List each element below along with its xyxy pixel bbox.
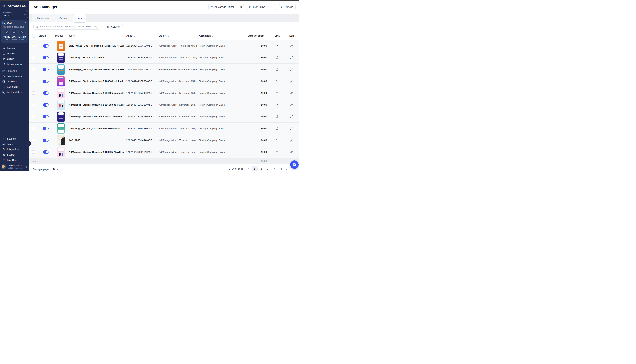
ad-preview-thumbnail[interactable] [57, 41, 65, 51]
external-link-icon[interactable] [276, 103, 279, 106]
pagination-prev-button[interactable] [247, 167, 251, 171]
sidebar-item-settings[interactable]: Settings [0, 136, 29, 142]
select-all-checkbox[interactable] [32, 34, 35, 38]
column-header-ad-id[interactable]: Ad ID [124, 32, 157, 40]
edit-pencil-icon[interactable] [290, 68, 293, 71]
row-checkbox[interactable] [32, 92, 35, 94]
search-input[interactable] [40, 25, 98, 28]
column-header-amount-spent[interactable]: Amount spent [236, 32, 270, 40]
external-link-icon[interactable] [276, 80, 279, 82]
sidebar-item-library[interactable]: Library [0, 56, 29, 62]
app-logo[interactable]: Admanage.ai [0, 1, 29, 8]
ad-preview-thumbnail[interactable] [57, 135, 65, 146]
ad-name[interactable]: AdManage_Statics_Creative 6 186811 micka… [69, 115, 124, 118]
ad-name[interactable]: AdManage_Statics_Creative 2-186805-NewCr… [69, 150, 124, 154]
edit-pencil-icon[interactable] [290, 92, 293, 94]
close-icon[interactable] [24, 22, 26, 24]
pagination-ellipsis[interactable]: ... [286, 168, 288, 170]
sidebar-item-support[interactable]: Support [0, 152, 29, 158]
sidebar-item-team[interactable]: Team [0, 142, 29, 147]
tab-ads[interactable]: Ads [73, 14, 86, 23]
sidebar-item-live-chat[interactable]: Live Chat [0, 158, 29, 163]
row-checkbox[interactable] [32, 44, 35, 48]
row-checkbox[interactable] [32, 138, 35, 142]
pagination-page-5[interactable]: 5 [278, 166, 284, 171]
edit-pencil-icon[interactable] [290, 80, 293, 82]
row-checkbox[interactable] [32, 150, 35, 154]
external-link-icon[interactable] [276, 115, 279, 118]
status-toggle[interactable] [43, 44, 49, 48]
status-toggle[interactable] [43, 68, 49, 71]
column-header-edit[interactable]: Edit [284, 32, 299, 40]
ad-preview-thumbnail[interactable] [57, 112, 65, 122]
edit-pencil-icon[interactable] [290, 103, 293, 106]
external-link-icon[interactable] [276, 68, 279, 71]
column-header-ad[interactable]: Ad [69, 32, 124, 40]
column-header-status[interactable]: Status [38, 32, 53, 40]
column-header-preview[interactable]: Preview [53, 32, 69, 40]
status-toggle[interactable] [43, 92, 49, 95]
external-link-icon[interactable] [276, 150, 279, 154]
edit-pencil-icon[interactable] [290, 56, 293, 59]
row-checkbox[interactable] [32, 103, 35, 106]
status-toggle[interactable] [43, 103, 49, 106]
row-checkbox[interactable] [32, 56, 35, 59]
pagination-page-4[interactable]: 4 [272, 166, 278, 171]
column-header-ad-set[interactable]: Ad set [157, 32, 197, 40]
refresh-button[interactable]: Refresh [279, 4, 296, 10]
date-range-selector[interactable]: Last 7 days [247, 4, 276, 10]
ad-name[interactable]: AdManage_Statics_Creative 6 [69, 56, 124, 59]
ad-preview-thumbnail[interactable] [57, 123, 65, 134]
pagination-page-1[interactable]: 1 [252, 166, 258, 171]
sidebar-item-ad-inspiration[interactable]: Ad Inspiration [0, 62, 29, 67]
ad-name[interactable]: 2025_WK25_V01_Product_Focused_IMG+TEXT_C [69, 44, 124, 47]
ad-account-selector[interactable]: AdManage Limited [208, 4, 244, 10]
sidebar-item-top-creatives[interactable]: Top Creatives [0, 74, 29, 79]
ad-name[interactable]: AdManage_Statics_Creative 3-186807-NewCr… [69, 127, 124, 130]
row-checkbox[interactable] [32, 68, 35, 71]
sidebar-item-integrations[interactable]: Integrations [0, 147, 29, 152]
sidebar-item-ad-templates[interactable]: Ad Templates [0, 90, 29, 95]
live-chat-fab[interactable] [290, 160, 299, 169]
workspace-selector[interactable]: Workspace Pihla [1, 10, 28, 18]
ad-preview-thumbnail[interactable] [57, 147, 65, 157]
status-toggle[interactable] [43, 150, 49, 154]
row-checkbox[interactable] [32, 127, 35, 130]
row-checkbox[interactable] [32, 80, 35, 83]
edit-pencil-icon[interactable] [290, 115, 293, 118]
ad-preview-thumbnail[interactable] [57, 76, 65, 86]
column-header-link[interactable]: Link [270, 32, 284, 40]
edit-pencil-icon[interactable] [290, 139, 293, 142]
ad-name[interactable]: AdManage_Statics_Creative 2 186805 micka… [69, 92, 124, 94]
tab-ad-sets[interactable]: Ad sets [54, 14, 73, 22]
ad-name[interactable]: AdManage_Statics_Creative 1 186803 micka… [69, 103, 124, 106]
row-checkbox[interactable] [32, 115, 35, 118]
ad-preview-thumbnail[interactable] [57, 100, 65, 110]
status-toggle[interactable] [43, 127, 49, 130]
external-link-icon[interactable] [276, 44, 279, 47]
external-link-icon[interactable] [276, 92, 279, 94]
status-toggle[interactable] [43, 56, 49, 60]
sidebar-collapse-button[interactable] [27, 141, 31, 146]
sidebar-item-statistics[interactable]: Statistics [0, 79, 29, 84]
edit-pencil-icon[interactable] [290, 150, 293, 154]
rows-per-page-select[interactable]: 20 [51, 167, 60, 171]
ad-preview-thumbnail[interactable] [57, 52, 65, 63]
status-toggle[interactable] [43, 115, 49, 118]
external-link-icon[interactable] [276, 56, 279, 59]
external-link-icon[interactable] [276, 127, 279, 130]
tab-campaigns[interactable]: Campaigns [32, 14, 54, 22]
edit-pencil-icon[interactable] [290, 127, 293, 130]
ad-name[interactable]: IMG_9280 [69, 139, 124, 142]
pagination-page-3[interactable]: 3 [265, 166, 271, 171]
column-header-campaign[interactable]: Campaign [197, 32, 236, 40]
sidebar-item-launch[interactable]: Launch [0, 46, 29, 51]
ad-preview-thumbnail[interactable] [57, 64, 65, 75]
user-menu[interactable]: Cedric Yarish ced@admanag... [0, 163, 29, 171]
edit-pencil-icon[interactable] [290, 44, 293, 47]
ad-preview-thumbnail[interactable] [57, 88, 65, 98]
external-link-icon[interactable] [276, 139, 279, 142]
columns-button[interactable]: Columns [105, 24, 123, 30]
pagination-page-2[interactable]: 2 [258, 166, 264, 171]
ad-name[interactable]: AdManage_Statics_Creative 7-186813-micka… [69, 68, 124, 71]
